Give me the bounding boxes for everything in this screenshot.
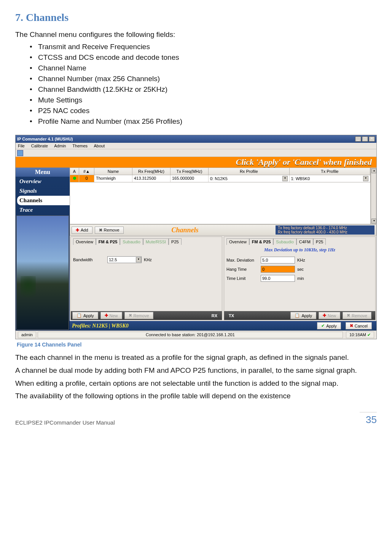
remove-label: Remove <box>104 228 120 232</box>
apply-button[interactable]: ✔Apply <box>317 322 341 329</box>
list-item: P25 NAC codes <box>38 107 377 115</box>
list-item: Mute Settings <box>38 96 377 104</box>
tx-apply-label: Apply <box>301 313 312 318</box>
toolbar <box>16 149 376 157</box>
tab-fm-p25[interactable]: FM & P25 <box>96 238 120 245</box>
cell-name[interactable]: Thornleigh <box>94 175 132 182</box>
close-icon: ✖ <box>350 323 353 328</box>
rx-new-button[interactable]: ✚New <box>100 312 122 319</box>
tx-apply-button[interactable]: 📋Apply <box>290 312 316 319</box>
channels-title: Channels <box>172 226 199 234</box>
table-row[interactable]: 0 Thornleigh 413.312500 165.000000 0: N1… <box>70 175 371 182</box>
status-connection: Connected to base station: 201@192.168.1… <box>38 332 343 338</box>
body-paragraph: A channel be dual mode by adding both FM… <box>15 366 377 375</box>
signal-icon: ✔ <box>367 332 371 337</box>
sidebar-item-trace[interactable]: Trace <box>16 205 70 215</box>
menu-file[interactable]: File <box>18 144 25 148</box>
list-item: Channel Bandwidth (12.5KHz or 25KHz) <box>38 85 377 94</box>
tab-subaudio[interactable]: Subaudio <box>120 238 143 245</box>
col-rxfreq[interactable]: Rx Freq(MHz) <box>132 168 171 175</box>
tx-footer: TX 📋Apply ✚New ✖Remove <box>224 311 375 320</box>
cell-num: 0 <box>79 175 94 182</box>
menubar: File Calibrate Admin Themes About <box>16 143 376 149</box>
add-button[interactable]: ✚Add <box>72 227 92 234</box>
tab-p25[interactable]: P25 <box>313 238 326 245</box>
scroll-up-icon[interactable]: ▴ <box>371 168 376 173</box>
col-txprofile[interactable]: Tx Profile <box>290 168 371 175</box>
cancel-label: Cancel <box>355 324 368 328</box>
sidebar-item-channels[interactable]: Channels <box>17 196 70 205</box>
tx-panel: Overview FM & P25 Subaudio C4FM P25 Max … <box>224 236 376 320</box>
maxdev-input[interactable] <box>261 257 295 264</box>
maximize-button[interactable]: □ <box>362 136 368 142</box>
chevron-down-icon[interactable]: ▾ <box>136 257 141 262</box>
col-rxprofile[interactable]: Rx Profile <box>209 168 290 175</box>
chevron-down-icon[interactable]: ▾ <box>282 176 288 181</box>
remove-button[interactable]: ✖Remove <box>95 227 124 234</box>
col-txfreq[interactable]: Tx Freq(MHz) <box>171 168 209 175</box>
figure-caption: Figure 14 Channels Panel <box>17 342 377 348</box>
profiles-bar: Profiles: N12K5 | WB5K0 ✔Apply ✖Cancel <box>70 321 376 331</box>
bandwidth-select[interactable]: 12.5 ▾ <box>107 256 142 263</box>
tx-label: TX <box>226 313 237 318</box>
sidebar-title: Menu <box>16 168 70 177</box>
tab-subaudio[interactable]: Subaudio <box>273 238 296 245</box>
hangtime-input[interactable] <box>261 266 295 273</box>
close-button[interactable]: × <box>369 136 375 142</box>
timelimit-label: Time Limit <box>226 276 261 281</box>
banner: Click 'Apply' or 'Cancel' when finished <box>16 157 376 168</box>
rx-tabs: Overview FM & P25 Subaudio Mute/RSSI P25 <box>73 238 220 245</box>
menu-themes[interactable]: Themes <box>72 144 88 148</box>
main-pane: A #▲ Name Rx Freq(MHz) Tx Freq(MHz) Rx P… <box>70 168 376 331</box>
col-a[interactable]: A <box>70 168 79 175</box>
app-window: IP Commander 4.1 (MUSHU) _ □ × File Cali… <box>15 135 377 339</box>
cell-txfreq[interactable]: 165.000000 <box>171 175 209 182</box>
tab-p25[interactable]: P25 <box>169 238 182 245</box>
bullet-list: Transmit and Receive Frequencies CTCSS a… <box>15 43 377 126</box>
scroll-down-icon[interactable]: ▾ <box>371 219 376 224</box>
col-name[interactable]: Name <box>94 168 132 175</box>
rx-apply-button[interactable]: 📋Apply <box>72 312 98 319</box>
col-num[interactable]: #▲ <box>79 168 94 175</box>
sidebar-item-signals[interactable]: Signals <box>16 186 70 196</box>
tab-c4fm[interactable]: C4FM <box>296 238 313 245</box>
sidebar-item-overview[interactable]: Overview <box>16 177 70 186</box>
tab-fm-p25[interactable]: FM & P25 <box>249 238 274 245</box>
cell-rxprofile[interactable]: 0: N12K5▾ <box>209 175 290 182</box>
check-icon: ✔ <box>321 323 325 328</box>
timelimit-input[interactable] <box>261 275 295 282</box>
grid-empty-area <box>70 182 371 224</box>
menu-admin[interactable]: Admin <box>54 144 66 148</box>
section-heading: 7. Channels <box>15 11 377 24</box>
menu-about[interactable]: About <box>94 144 105 148</box>
list-item: Transmit and Receive Frequencies <box>38 43 377 51</box>
sidebar: Menu Overview Signals Channels Trace <box>16 168 70 331</box>
maxdev-unit: KHz <box>297 258 305 262</box>
channels-toolbar: ✚Add ✖Remove Channels Tx freq factory de… <box>70 224 376 236</box>
chevron-down-icon[interactable]: ▾ <box>363 176 368 181</box>
deviation-hint: Max Deviation up to 10KHz, step 1Hz <box>226 247 373 253</box>
cell-txprofile[interactable]: 1: WB5K0▾ <box>290 175 371 182</box>
hangtime-unit: sec <box>297 267 304 272</box>
tx-tabs: Overview FM & P25 Subaudio C4FM P25 <box>226 238 373 245</box>
tab-mute-rssi[interactable]: Mute/RSSI <box>143 238 169 245</box>
plus-icon: ✚ <box>76 228 79 233</box>
cell-rxfreq[interactable]: 413.312500 <box>132 175 171 182</box>
cancel-button[interactable]: ✖Cancel <box>346 322 372 329</box>
rx-remove-button[interactable]: ✖Remove <box>124 312 153 319</box>
tx-profile-value: 1: WB5K0 <box>291 176 310 181</box>
list-item: Channel Number (max 256 Channels) <box>38 75 377 83</box>
footer-page-number: 35 <box>360 412 377 426</box>
tab-overview[interactable]: Overview <box>226 238 249 245</box>
rx-new-label: New <box>110 313 118 318</box>
tab-overview[interactable]: Overview <box>73 238 96 245</box>
window-title: IP Commander 4.1 (MUSHU) <box>17 137 355 141</box>
menu-calibrate[interactable]: Calibrate <box>31 144 48 148</box>
minimize-button[interactable]: _ <box>355 136 361 142</box>
status-user: admin <box>18 332 36 338</box>
tx-new-button[interactable]: ✚New <box>319 312 340 319</box>
copy-icon: 📋 <box>295 313 300 318</box>
toolbar-icon[interactable] <box>17 150 23 156</box>
tx-remove-button[interactable]: ✖Remove <box>343 312 371 319</box>
body-paragraph: The each channel in the menu is treated … <box>15 353 377 362</box>
